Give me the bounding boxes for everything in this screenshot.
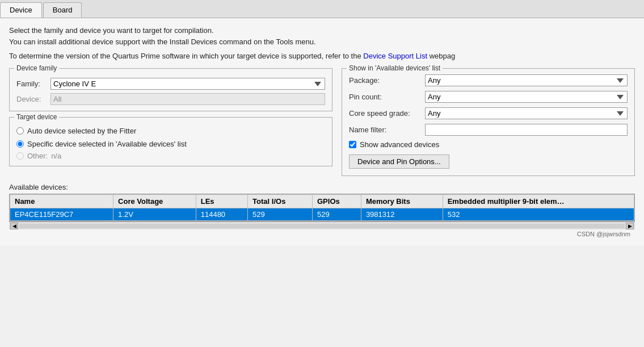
pin-count-select[interactable]: Any [425,91,628,103]
package-select[interactable]: Any [425,74,628,86]
target-device-group: Target device Auto device selected by th… [9,117,332,166]
right-column: Show in 'Available devices' list Package… [342,68,635,176]
cell-embedded-multiplier: 532 [443,208,634,221]
col-header-gpios: GPIOs [313,195,361,208]
col-header-name: Name [10,195,113,208]
left-column: Device family Family: Cyclone IV E Devic… [9,68,332,176]
show-filter-group: Show in 'Available devices' list Package… [342,68,635,176]
scroll-right-button[interactable]: ▶ [626,223,634,229]
info-line: To determine the version of the Quartus … [9,52,635,60]
device-family-title: Device family [14,64,59,72]
show-advanced-checkbox[interactable] [349,141,356,148]
other-label: Other: [27,152,48,160]
target-device-title: Target device [14,113,59,121]
info-line-suffix: webpag [427,52,455,60]
device-row: Device: [16,93,325,105]
cell-total-ios: 529 [248,208,313,221]
horizontal-scrollbar[interactable]: ◀ ▶ [9,221,635,229]
radio-other-row: Other: n/a [16,152,325,160]
show-advanced-row: Show advanced devices [349,140,628,149]
radio-other[interactable] [16,152,24,160]
package-row: Package: Any [349,74,628,86]
device-label: Device: [16,95,50,103]
tab-bar: Device Board [0,0,644,18]
package-label: Package: [349,76,423,85]
show-advanced-label: Show advanced devices [360,140,439,149]
name-filter-row: Name filter: [349,124,628,136]
show-filter-title: Show in 'Available devices' list [347,64,443,72]
pin-count-row: Pin count: Any [349,91,628,103]
col-header-memory-bits: Memory Bits [361,195,443,208]
radio-auto-label: Auto device selected by the Fitter [27,127,136,135]
cell-les: 114480 [196,208,247,221]
cell-name: EP4CE115F29C7 [10,208,113,221]
radio-specific-label: Specific device selected in 'Available d… [27,140,187,148]
table-header-row: Name Core Voltage LEs Total I/Os GPIOs M… [10,195,634,208]
tab-board[interactable]: Board [43,2,82,18]
col-header-core-voltage: Core Voltage [113,195,196,208]
radio-auto-row: Auto device selected by the Fitter [16,127,325,135]
cell-gpios: 529 [313,208,361,221]
radio-specific[interactable] [16,140,24,148]
table-row[interactable]: EP4CE115F29C7 1.2V 114480 529 529 398131… [10,208,634,221]
scroll-track[interactable] [19,224,625,228]
radio-specific-row: Specific device selected in 'Available d… [16,140,325,148]
family-select[interactable]: Cyclone IV E [50,78,325,90]
core-speed-label: Core speed grade: [349,109,423,118]
family-row: Family: Cyclone IV E [16,78,325,90]
cell-core-voltage: 1.2V [113,208,196,221]
name-filter-input[interactable] [425,124,628,136]
main-content: Select the family and device you want to… [0,18,644,245]
scroll-left-button[interactable]: ◀ [10,223,18,229]
device-input[interactable] [50,93,325,105]
intro-line1: Select the family and device you want to… [9,25,635,36]
devices-table-wrapper: Name Core Voltage LEs Total I/Os GPIOs M… [9,194,635,221]
device-pin-options-button[interactable]: Device and Pin Options... [349,154,449,169]
name-filter-label: Name filter: [349,126,423,134]
intro-section: Select the family and device you want to… [9,25,635,47]
device-support-link[interactable]: Device Support List [363,52,427,60]
cell-memory-bits: 3981312 [361,208,443,221]
watermark: CSDN @jsjwrsdnm [9,229,635,239]
main-columns: Device family Family: Cyclone IV E Devic… [9,68,635,176]
col-header-les: LEs [196,195,247,208]
col-header-embedded-multiplier: Embedded multiplier 9-bit elem… [443,195,634,208]
available-devices-label: Available devices: [9,183,635,191]
core-speed-row: Core speed grade: Any [349,107,628,119]
other-value: n/a [51,152,61,160]
devices-table: Name Core Voltage LEs Total I/Os GPIOs M… [10,194,634,221]
radio-auto[interactable] [16,127,24,135]
pin-count-label: Pin count: [349,93,423,101]
info-line-prefix: To determine the version of the Quartus … [9,52,363,60]
core-speed-select[interactable]: Any [425,107,628,119]
device-family-group: Device family Family: Cyclone IV E Devic… [9,68,332,111]
intro-line2: You can install additional device suppor… [9,36,635,48]
family-label: Family: [16,80,50,88]
col-header-total-ios: Total I/Os [248,195,313,208]
tab-device[interactable]: Device [0,2,42,18]
